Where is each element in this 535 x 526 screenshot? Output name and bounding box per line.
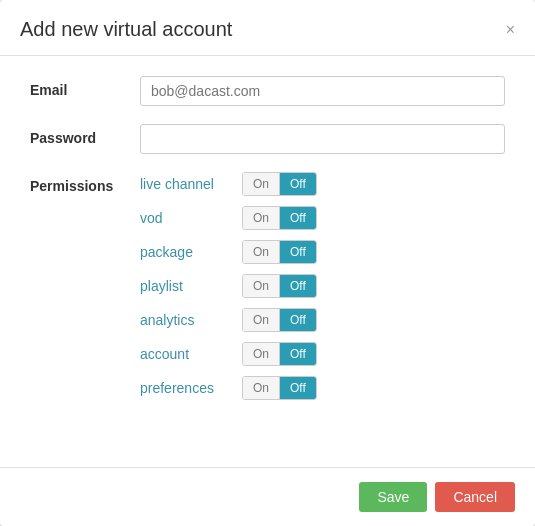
toggle-group-analytics: OnOff [242, 308, 317, 332]
toggle-off-live-channel[interactable]: Off [280, 173, 316, 195]
toggle-group-live-channel: OnOff [242, 172, 317, 196]
permission-row-live-channel: live channelOnOff [140, 172, 505, 196]
permission-name-account: account [140, 346, 230, 362]
permissions-section: live channelOnOffvodOnOffpackageOnOffpla… [140, 172, 505, 400]
permission-row-vod: vodOnOff [140, 206, 505, 230]
permission-row-analytics: analyticsOnOff [140, 308, 505, 332]
toggle-group-vod: OnOff [242, 206, 317, 230]
close-button[interactable]: × [506, 22, 515, 38]
cancel-button[interactable]: Cancel [435, 482, 515, 512]
email-label: Email [30, 76, 140, 98]
permission-row-preferences: preferencesOnOff [140, 376, 505, 400]
toggle-on-playlist[interactable]: On [243, 275, 279, 297]
permission-name-preferences: preferences [140, 380, 230, 396]
toggle-off-preferences[interactable]: Off [280, 377, 316, 399]
toggle-on-vod[interactable]: On [243, 207, 279, 229]
email-field-wrapper [140, 76, 505, 106]
permissions-row: Permissions live channelOnOffvodOnOffpac… [30, 172, 505, 400]
permission-row-package: packageOnOff [140, 240, 505, 264]
permission-name-vod: vod [140, 210, 230, 226]
password-row: Password [30, 124, 505, 154]
permission-name-package: package [140, 244, 230, 260]
dialog-title: Add new virtual account [20, 18, 232, 41]
toggle-group-account: OnOff [242, 342, 317, 366]
dialog-footer: Save Cancel [0, 467, 535, 526]
email-row: Email [30, 76, 505, 106]
toggle-on-package[interactable]: On [243, 241, 279, 263]
toggle-group-package: OnOff [242, 240, 317, 264]
toggle-group-playlist: OnOff [242, 274, 317, 298]
toggle-on-live-channel[interactable]: On [243, 173, 279, 195]
email-input[interactable] [140, 76, 505, 106]
dialog-body: Email Password Permissions live channelO… [0, 56, 535, 467]
toggle-on-analytics[interactable]: On [243, 309, 279, 331]
save-button[interactable]: Save [359, 482, 427, 512]
password-label: Password [30, 124, 140, 146]
password-field-wrapper [140, 124, 505, 154]
permission-name-playlist: playlist [140, 278, 230, 294]
toggle-off-package[interactable]: Off [280, 241, 316, 263]
add-virtual-account-dialog: Add new virtual account × Email Password… [0, 0, 535, 526]
password-input[interactable] [140, 124, 505, 154]
toggle-off-vod[interactable]: Off [280, 207, 316, 229]
permission-name-live-channel: live channel [140, 176, 230, 192]
toggle-group-preferences: OnOff [242, 376, 317, 400]
permission-row-playlist: playlistOnOff [140, 274, 505, 298]
toggle-off-analytics[interactable]: Off [280, 309, 316, 331]
toggle-off-playlist[interactable]: Off [280, 275, 316, 297]
dialog-header: Add new virtual account × [0, 0, 535, 56]
permissions-label: Permissions [30, 172, 140, 194]
permission-name-analytics: analytics [140, 312, 230, 328]
toggle-off-account[interactable]: Off [280, 343, 316, 365]
permission-row-account: accountOnOff [140, 342, 505, 366]
toggle-on-preferences[interactable]: On [243, 377, 279, 399]
toggle-on-account[interactable]: On [243, 343, 279, 365]
